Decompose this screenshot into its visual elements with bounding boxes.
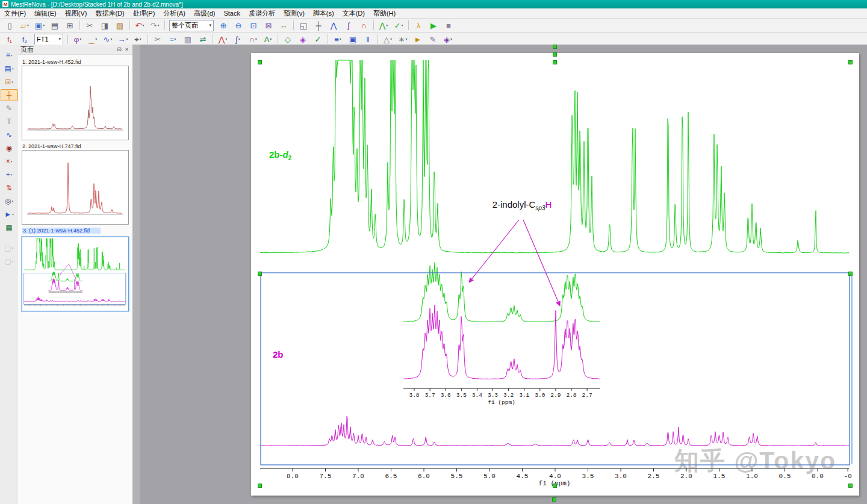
manual-peak-button[interactable]: ⋀ [326,19,341,32]
zoom-level-combo[interactable]: 整个页面▾ [169,20,214,31]
open-file-button[interactable]: ▱▾ [17,19,32,32]
copy-button[interactable]: ◨ [98,19,112,32]
annotation-arrow[interactable] [69,264,76,278]
menu-item-5[interactable]: 分析(A) [159,8,190,18]
data-analysis-button[interactable]: △▾ [381,33,395,46]
settings-menu-button[interactable]: ◈▾ [441,33,455,46]
multiplet-analysis-button[interactable]: ∩▾ [246,33,260,46]
print-preview-button[interactable]: ⊞ [63,19,77,32]
fid-f2-button[interactable]: f₂ [17,33,32,46]
spectrum-2bd2-full[interactable] [24,238,125,270]
zoom-in-button[interactable]: ⊕ [216,19,231,32]
script-tool-button[interactable]: λ [411,19,426,32]
menu-item-11[interactable]: 文本(D) [338,8,369,18]
pages-view-button[interactable]: ▤▾ [1,63,18,75]
panel-close-icon[interactable]: × [123,46,130,52]
thumbnail-spectrum-1[interactable] [28,86,122,129]
menu-item-4[interactable]: 处理(P) [129,8,160,18]
spectrum-2b-inset[interactable] [403,305,600,379]
page-thumbnail-3[interactable] [22,237,129,311]
delete-tool-button[interactable]: ×▾ [1,155,18,167]
undo-button[interactable]: ↶▾ [132,19,147,32]
cut-button[interactable]: ✂ [82,19,97,32]
pan-tool-button[interactable]: ↔ [276,19,291,32]
fit-to-window-button[interactable]: ⊠ [261,19,276,32]
zoom-region-button[interactable]: ⊡ [246,19,261,32]
spectrum-label-2b-d2[interactable]: 2b-d2 [269,149,291,161]
fid-f1-button[interactable]: f₁ [2,33,17,46]
binning-button[interactable]: ▥ [181,33,195,46]
zoom-out-button[interactable]: ⊖ [231,19,246,32]
annotation-arrow[interactable] [523,220,560,306]
pointer-tool-button[interactable]: ►▾ [1,208,18,220]
print-button[interactable]: ▤ [48,19,62,32]
selection-handle[interactable] [848,272,853,276]
tools-menu-button[interactable]: ∗▾ [396,33,410,46]
ft-combo[interactable]: FT1▾ [34,34,63,45]
spectrum-2b-inset[interactable] [49,278,82,290]
superimpose-view-button[interactable]: ▣ [346,33,360,46]
stacked-view-button[interactable]: ≡▾ [331,33,345,46]
selection-handle[interactable] [553,60,557,64]
spectrum-2bd2-inset[interactable] [403,263,600,322]
menu-item-7[interactable]: Stack [219,8,244,18]
peaks-menu-button[interactable]: ⋀▾ [376,19,391,32]
paste-button[interactable]: ▨ [113,19,127,32]
smoothing-button[interactable]: ≈▾ [166,33,180,46]
spectrum-selection-box[interactable] [261,273,850,465]
selection-handle[interactable] [258,60,262,64]
extra-tool-1-button[interactable]: ▢▾ [1,242,18,254]
prediction-tool-button[interactable]: ◈ [296,33,310,46]
menu-item-8[interactable]: 质谱分析 [244,8,279,18]
spectrum-2b-full[interactable] [24,297,125,302]
table-tool-button[interactable]: ▦ [1,222,18,234]
redo-button[interactable]: ↷▾ [148,19,162,32]
stop-script-button[interactable]: ■ [441,19,456,32]
auto-analysis-button[interactable]: ✓▾ [391,19,406,32]
menu-item-10[interactable]: 脚本(s) [309,8,338,18]
page-thumbnail-1[interactable] [22,66,129,140]
selection-handle[interactable] [552,497,556,502]
manual-multiplet-button[interactable]: ∩ [356,19,371,32]
selection-handle[interactable] [258,272,262,276]
menu-item-3[interactable]: 数据库(D) [91,8,128,18]
arrayed-view-button[interactable]: ‖ [361,33,375,46]
text-tool-button[interactable]: T [1,116,18,128]
menu-item-9[interactable]: 预测(v) [279,8,309,18]
menu-item-12[interactable]: 帮助(H) [369,8,400,18]
page-caption-1[interactable]: 1. 2021-1-wsw-H.452.fid [22,59,132,65]
page-caption-3[interactable]: 3. (1) 2021-1-wsw-H.452.fid [22,228,101,234]
visibility-tool-button[interactable]: ◎▾ [1,195,18,207]
molecule-tool-button[interactable]: ◇ [281,33,295,46]
extra-tool-2-button[interactable]: ▢▾ [1,255,18,267]
menu-item-1[interactable]: 编辑(E) [30,8,61,18]
annotation-text[interactable]: 2-indolyl-Csp3H [493,199,552,211]
panel-dock-icon[interactable]: ⊡ [115,46,123,52]
crosshair-pointer-button[interactable]: ┼ [311,19,326,32]
expand-region-button[interactable]: ◱ [296,19,311,32]
menu-item-6[interactable]: 高级(d) [190,8,219,18]
selection-handle[interactable] [848,60,853,64]
new-document-button[interactable]: ▯ [2,19,17,32]
integration-button[interactable]: ∫▾ [231,33,245,46]
peak-picking-button[interactable]: ⋀▾ [216,33,230,46]
apodization-button[interactable]: ∿▾ [101,33,115,46]
baseline-correction-button[interactable]: ‿▾ [85,33,100,46]
cutter-tool-button[interactable]: ✂ [151,33,165,46]
spectrum-2bd2-full[interactable] [260,60,849,253]
selection-handle[interactable] [258,484,262,488]
pencil-tool-button[interactable]: ✎ [1,102,18,114]
fit-vertical-tool-button[interactable]: ⇅ [1,182,18,194]
selection-handle[interactable] [553,45,557,49]
selection-handle[interactable] [553,52,557,57]
tables-view-button[interactable]: ⊞▾ [1,76,18,88]
spectrum-2b-full[interactable] [260,416,849,446]
brush-tool-button[interactable]: ✎ [426,33,440,46]
menu-item-2[interactable]: 视图(V) [61,8,92,18]
pin-tool-button[interactable]: ► [411,33,425,46]
crosshair-tool-button[interactable]: ┼ [1,89,18,101]
spectrum-label-2b[interactable]: 2b [273,349,284,359]
thumbnail-spectrum-2[interactable] [28,163,122,213]
run-script-button[interactable]: ▶ [426,19,441,32]
move-tool-button[interactable]: +▾ [1,169,18,181]
